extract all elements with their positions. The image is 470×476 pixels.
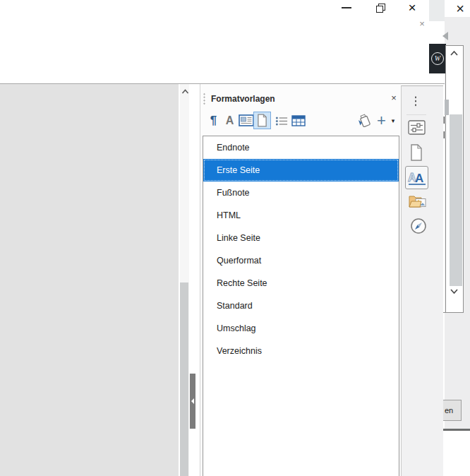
filter-table-styles-button[interactable] — [290, 112, 306, 130]
style-list-item[interactable]: Linke Seite — [203, 227, 399, 249]
chevron-up-icon[interactable] — [181, 88, 189, 95]
fill-format-icon — [356, 114, 372, 128]
triangle-left-icon — [191, 398, 194, 404]
sidebar-tab-navigator[interactable] — [409, 217, 427, 235]
styles-actions-dropdown[interactable]: ▾ — [389, 112, 397, 130]
wordpress-logo-letter: W — [431, 52, 444, 65]
sidebar-splitter-handle[interactable] — [190, 374, 195, 429]
page-icon — [410, 144, 423, 161]
filter-paragraph-styles-button[interactable]: ¶ — [205, 112, 222, 130]
sidebar-tab-styles-active[interactable]: A A — [405, 166, 428, 189]
filter-frame-styles-button[interactable] — [238, 112, 254, 130]
letter-a-icon: A — [226, 114, 234, 127]
gallery-icon — [409, 194, 427, 209]
navigator-compass-icon — [410, 218, 427, 234]
new-style-button[interactable]: + — [373, 112, 390, 130]
properties-icon — [408, 120, 426, 135]
filter-list-styles-button[interactable] — [274, 112, 290, 130]
close-icon: × — [456, 1, 464, 17]
style-list-item[interactable]: Fußnote — [203, 182, 399, 204]
style-list-item-selected[interactable]: Erste Seite — [203, 159, 399, 182]
svg-text:A: A — [415, 172, 423, 185]
filter-page-styles-button-active[interactable] — [253, 112, 271, 129]
frame-styles-icon — [239, 114, 254, 127]
close-icon: × — [391, 93, 397, 103]
filter-character-styles-button[interactable]: A — [222, 112, 238, 130]
style-list-item[interactable]: HTML — [203, 204, 399, 227]
chevron-down-icon: ▾ — [392, 117, 395, 124]
triangle-left-icon[interactable] — [442, 32, 448, 40]
restore-window-icon — [376, 4, 385, 13]
button-label: en — [445, 406, 453, 415]
style-list-item[interactable]: Rechte Seite — [203, 272, 399, 294]
close-button[interactable]: × — [403, 0, 421, 16]
screen: × × × W en Formatvorlagen × ¶ A — [0, 0, 470, 476]
background-scrollbar-thumb[interactable] — [445, 100, 449, 115]
panel-title: Formatvorlagen — [211, 94, 275, 104]
background-dialog-button[interactable]: en — [442, 400, 462, 421]
style-list-item[interactable]: Standard — [203, 294, 399, 317]
restore-button[interactable] — [371, 0, 390, 16]
list-styles-icon — [275, 116, 289, 126]
style-list-item[interactable]: Querformat — [203, 249, 399, 272]
close-icon: × — [408, 0, 416, 16]
divider — [406, 114, 426, 115]
desktop-area — [444, 431, 470, 476]
fill-format-mode-button[interactable] — [356, 112, 372, 130]
sidebar-tab-properties[interactable] — [407, 117, 426, 138]
close-icon: × — [419, 18, 425, 29]
style-list-item[interactable]: Verzeichnis — [203, 340, 399, 362]
background-scrollbar-track[interactable] — [450, 114, 462, 286]
sidebar-tab-gallery[interactable] — [408, 192, 427, 210]
sidebar-menu-button[interactable] — [414, 95, 417, 107]
plus-icon: + — [377, 112, 386, 130]
minimize-button[interactable] — [337, 0, 356, 16]
document-area — [0, 84, 179, 476]
panel-close-button[interactable]: × — [387, 91, 400, 104]
style-list-item[interactable]: Endnote — [203, 136, 399, 159]
page-icon — [257, 114, 267, 127]
style-list-item[interactable]: Umschlag — [203, 317, 399, 340]
chevron-down-icon[interactable] — [449, 287, 459, 296]
document-scrollbar-thumb[interactable] — [180, 282, 188, 476]
secondary-close-button[interactable]: × — [416, 18, 428, 29]
styles-aa-icon: A A — [407, 169, 427, 187]
background-window-edge — [429, 0, 445, 21]
sidebar-tab-page[interactable] — [409, 143, 423, 162]
table-styles-icon — [291, 115, 306, 126]
pilcrow-icon: ¶ — [210, 114, 217, 128]
panel-grip-handle[interactable] — [203, 93, 205, 105]
wordpress-logo: W — [429, 44, 446, 73]
background-window-close-button[interactable]: × — [450, 0, 470, 18]
chevron-up-icon[interactable] — [449, 49, 459, 57]
page-styles-list: Endnote Erste Seite Fußnote HTML Linke S… — [203, 136, 399, 476]
